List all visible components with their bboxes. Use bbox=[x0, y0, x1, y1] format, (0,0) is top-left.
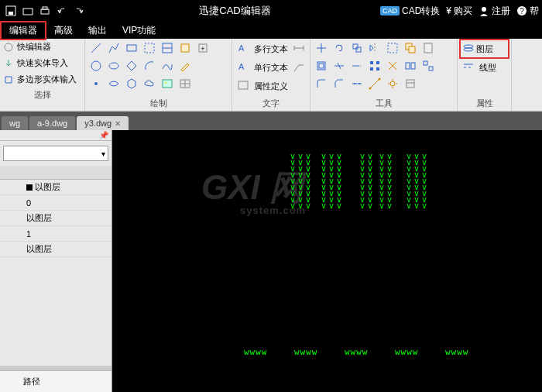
arc-icon[interactable] bbox=[142, 58, 157, 74]
move-icon[interactable] bbox=[314, 40, 329, 56]
table-row[interactable]: 以图层 bbox=[0, 242, 111, 257]
table-row[interactable]: 1 bbox=[0, 226, 111, 242]
table-icon[interactable] bbox=[177, 76, 193, 91]
close-icon[interactable]: ✕ bbox=[115, 119, 121, 128]
pencil-icon[interactable] bbox=[177, 58, 193, 74]
svg-rect-49 bbox=[424, 61, 427, 65]
redo-icon[interactable] bbox=[73, 5, 85, 17]
copy-icon[interactable] bbox=[403, 40, 418, 56]
svg-rect-35 bbox=[356, 47, 361, 52]
table-row[interactable]: 以图层 bbox=[0, 180, 111, 195]
cloud-icon[interactable] bbox=[142, 76, 157, 91]
print-icon[interactable] bbox=[39, 5, 51, 17]
svg-point-55 bbox=[379, 78, 381, 81]
insert-icon[interactable]: + bbox=[195, 40, 211, 56]
svg-point-54 bbox=[369, 88, 372, 90]
stext-icon[interactable]: A bbox=[235, 59, 251, 74]
mtext-icon[interactable]: A bbox=[235, 40, 251, 56]
mtext-button[interactable]: 多行文本 bbox=[254, 40, 288, 57]
group-icon[interactable] bbox=[403, 58, 418, 74]
extend-icon[interactable] bbox=[349, 58, 365, 74]
image-icon[interactable] bbox=[160, 76, 175, 91]
hatch-icon[interactable] bbox=[160, 40, 175, 56]
tab-1[interactable]: a-9.dwg bbox=[29, 116, 75, 130]
panel-pin[interactable]: 📌 bbox=[0, 130, 111, 141]
polygon-icon[interactable] bbox=[124, 58, 139, 74]
ellipse-icon[interactable] bbox=[106, 58, 122, 74]
help-button[interactable]: ?帮 bbox=[516, 5, 539, 18]
layer-icon[interactable] bbox=[461, 41, 476, 57]
curve-icon[interactable] bbox=[106, 76, 122, 91]
tools-label: 工具 bbox=[314, 96, 454, 111]
rotate-icon[interactable] bbox=[331, 40, 347, 56]
measure-icon[interactable] bbox=[367, 76, 382, 91]
menu-advanced[interactable]: 高级 bbox=[46, 22, 81, 39]
select-label: 选择 bbox=[0, 88, 84, 111]
menu-vip[interactable]: VIP功能 bbox=[115, 22, 163, 39]
select-rect-icon[interactable] bbox=[142, 40, 157, 56]
sun-icon[interactable] bbox=[385, 76, 400, 91]
svg-rect-46 bbox=[376, 67, 379, 70]
explode-icon[interactable] bbox=[385, 58, 400, 74]
undo-icon[interactable] bbox=[56, 5, 68, 17]
open-icon[interactable] bbox=[22, 5, 34, 17]
svg-rect-37 bbox=[388, 43, 397, 53]
layer-button[interactable]: 图层 bbox=[476, 43, 493, 55]
linetype-icon[interactable] bbox=[461, 59, 476, 74]
quick-editor-row[interactable]: 快编辑器 bbox=[0, 39, 84, 55]
polyline-icon[interactable] bbox=[106, 40, 122, 56]
spline-icon[interactable] bbox=[160, 58, 175, 74]
menu-output[interactable]: 输出 bbox=[81, 22, 115, 39]
quick-import-row[interactable]: 快速实体导入 bbox=[0, 55, 84, 71]
circle-icon[interactable] bbox=[88, 58, 104, 74]
point-icon[interactable] bbox=[88, 76, 104, 91]
chamfer-icon[interactable] bbox=[331, 76, 347, 91]
svg-rect-57 bbox=[406, 80, 414, 88]
offset-icon[interactable] bbox=[314, 58, 329, 74]
svg-rect-45 bbox=[370, 67, 373, 70]
svg-point-21 bbox=[94, 82, 98, 85]
svg-rect-1 bbox=[9, 12, 13, 15]
divide-icon[interactable] bbox=[349, 76, 365, 91]
tab-2[interactable]: y3.dwg✕ bbox=[77, 116, 129, 130]
text-label: 文字 bbox=[235, 96, 307, 111]
draw-label: 绘制 bbox=[88, 96, 228, 111]
svg-rect-39 bbox=[409, 46, 415, 53]
line-icon[interactable] bbox=[88, 40, 104, 56]
panel-dropdown[interactable]: ▾ bbox=[3, 146, 108, 161]
rect-icon[interactable] bbox=[124, 40, 139, 56]
svg-rect-33 bbox=[238, 81, 248, 89]
menu-editor[interactable]: 编辑器 bbox=[0, 21, 46, 40]
attdef-button[interactable]: 属性定义 bbox=[254, 77, 288, 95]
buy-button[interactable]: ¥购买 bbox=[446, 5, 472, 18]
register-button[interactable]: 注册 bbox=[479, 5, 510, 18]
poly-input-row[interactable]: 多边形实体输入 bbox=[0, 71, 84, 88]
stext-button[interactable]: 单行文本 bbox=[254, 59, 288, 76]
svg-rect-47 bbox=[406, 63, 410, 69]
save-icon[interactable] bbox=[5, 5, 17, 17]
table-row[interactable]: 0 bbox=[0, 195, 111, 211]
ungroup-icon[interactable] bbox=[420, 58, 436, 74]
mirror-icon[interactable] bbox=[367, 40, 382, 56]
svg-marker-36 bbox=[370, 45, 373, 51]
block-icon[interactable] bbox=[177, 40, 193, 56]
drawing-canvas[interactable]: GXI 网 system.com v v vv v vv v vv v vv v… bbox=[112, 130, 542, 392]
scale-icon[interactable] bbox=[349, 40, 365, 56]
attdef-icon[interactable] bbox=[235, 77, 251, 93]
svg-text:+: + bbox=[201, 45, 204, 53]
dim-icon[interactable] bbox=[291, 40, 307, 56]
trim-icon[interactable] bbox=[331, 58, 347, 74]
properties-icon[interactable] bbox=[403, 76, 418, 91]
cad-convert-button[interactable]: CADCAD转换 bbox=[380, 5, 440, 18]
svg-rect-23 bbox=[163, 80, 172, 88]
tab-0[interactable]: wg bbox=[2, 116, 28, 130]
select-area-icon[interactable] bbox=[385, 40, 400, 56]
paste-icon[interactable] bbox=[420, 40, 436, 56]
svg-rect-40 bbox=[424, 43, 432, 53]
linetype-button[interactable]: 线型 bbox=[479, 59, 508, 76]
hexagon-icon[interactable] bbox=[124, 76, 139, 91]
fillet-icon[interactable] bbox=[314, 76, 329, 91]
leader-icon[interactable] bbox=[291, 59, 307, 74]
grid-icon[interactable] bbox=[367, 58, 382, 74]
table-row[interactable]: 以图层 bbox=[0, 211, 111, 226]
